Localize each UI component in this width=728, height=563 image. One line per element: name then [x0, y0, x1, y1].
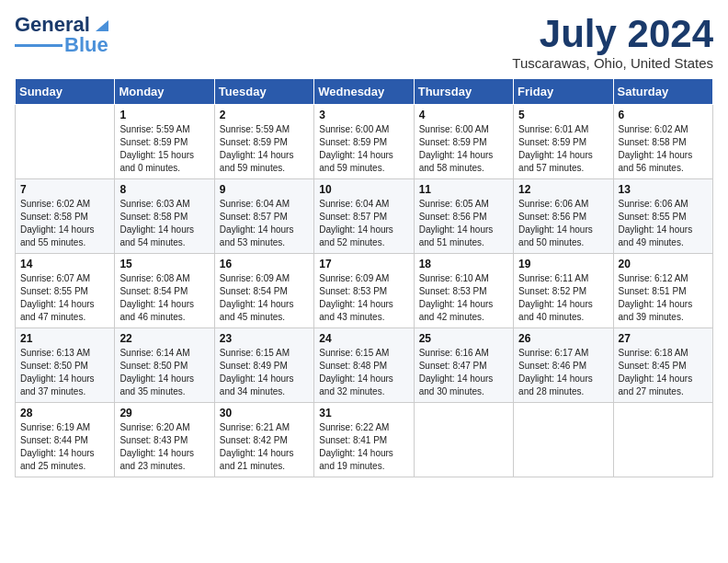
sunrise-text: Sunrise: 6:09 AM	[319, 272, 408, 285]
day-info: Sunrise: 6:14 AMSunset: 8:50 PMDaylight:…	[119, 347, 209, 398]
day-number: 13	[619, 183, 708, 196]
daylight-text: Daylight: 14 hours and 55 minutes.	[20, 224, 109, 249]
day-number: 30	[220, 407, 309, 419]
calendar-day-cell: 16Sunrise: 6:09 AMSunset: 8:54 PMDayligh…	[214, 254, 313, 328]
sunset-text: Sunset: 8:59 PM	[220, 136, 309, 149]
daylight-text: Daylight: 15 hours and 0 minutes.	[119, 149, 209, 175]
calendar-day-cell: 8Sunrise: 6:03 AMSunset: 8:58 PMDaylight…	[115, 179, 214, 254]
calendar-day-cell: 15Sunrise: 6:08 AMSunset: 8:54 PMDayligh…	[115, 254, 214, 328]
sunrise-text: Sunrise: 6:21 AM	[220, 421, 309, 434]
calendar-day-cell: 11Sunrise: 6:05 AMSunset: 8:56 PMDayligh…	[414, 179, 513, 254]
sunrise-text: Sunrise: 6:05 AM	[419, 198, 508, 211]
calendar-week-row: 28Sunrise: 6:19 AMSunset: 8:44 PMDayligh…	[16, 403, 713, 477]
day-info: Sunrise: 6:17 AMSunset: 8:46 PMDaylight:…	[518, 347, 608, 398]
day-info: Sunrise: 6:19 AMSunset: 8:44 PMDaylight:…	[20, 421, 109, 473]
day-number: 27	[619, 332, 708, 345]
logo-general-text: General	[15, 15, 90, 35]
daylight-text: Daylight: 14 hours and 40 minutes.	[518, 298, 608, 324]
day-info: Sunrise: 6:09 AMSunset: 8:54 PMDaylight:…	[220, 272, 309, 324]
day-number: 10	[319, 183, 408, 196]
sunset-text: Sunset: 8:58 PM	[619, 136, 708, 149]
calendar-day-cell: 2Sunrise: 5:59 AMSunset: 8:59 PMDaylight…	[214, 105, 313, 179]
day-info: Sunrise: 6:20 AMSunset: 8:43 PMDaylight:…	[119, 421, 209, 473]
header-day-thursday: Thursday	[414, 79, 513, 105]
calendar-day-cell	[414, 403, 513, 477]
day-number: 12	[518, 183, 608, 196]
calendar-day-cell: 22Sunrise: 6:14 AMSunset: 8:50 PMDayligh…	[115, 328, 214, 403]
calendar-week-row: 14Sunrise: 6:07 AMSunset: 8:55 PMDayligh…	[16, 254, 713, 328]
calendar-day-cell: 18Sunrise: 6:10 AMSunset: 8:53 PMDayligh…	[414, 254, 513, 328]
sunset-text: Sunset: 8:55 PM	[619, 211, 708, 224]
sunrise-text: Sunrise: 6:17 AM	[518, 347, 608, 360]
day-info: Sunrise: 6:16 AMSunset: 8:47 PMDaylight:…	[419, 347, 508, 398]
sunrise-text: Sunrise: 6:13 AM	[20, 347, 109, 360]
day-info: Sunrise: 6:02 AMSunset: 8:58 PMDaylight:…	[20, 198, 109, 249]
sunset-text: Sunset: 8:41 PM	[319, 434, 408, 447]
daylight-text: Daylight: 14 hours and 25 minutes.	[20, 447, 109, 473]
sunrise-text: Sunrise: 6:20 AM	[119, 421, 209, 434]
sunrise-text: Sunrise: 6:09 AM	[220, 272, 309, 285]
sunset-text: Sunset: 8:46 PM	[518, 360, 608, 373]
logo-triangle-icon	[92, 17, 108, 33]
sunrise-text: Sunrise: 6:04 AM	[220, 198, 309, 211]
day-info: Sunrise: 6:06 AMSunset: 8:56 PMDaylight:…	[518, 198, 608, 249]
day-number: 18	[419, 258, 508, 270]
day-number: 6	[619, 109, 708, 121]
daylight-text: Daylight: 14 hours and 23 minutes.	[119, 447, 209, 473]
day-number: 5	[518, 109, 608, 121]
sunset-text: Sunset: 8:43 PM	[119, 434, 209, 447]
day-number: 22	[119, 332, 209, 345]
day-info: Sunrise: 6:21 AMSunset: 8:42 PMDaylight:…	[220, 421, 309, 473]
day-number: 31	[319, 407, 408, 419]
header-day-monday: Monday	[115, 79, 214, 105]
calendar-day-cell: 19Sunrise: 6:11 AMSunset: 8:52 PMDayligh…	[514, 254, 613, 328]
sunset-text: Sunset: 8:57 PM	[319, 211, 408, 224]
calendar-day-cell: 24Sunrise: 6:15 AMSunset: 8:48 PMDayligh…	[314, 328, 414, 403]
daylight-text: Daylight: 14 hours and 51 minutes.	[419, 224, 508, 249]
day-number: 8	[119, 183, 209, 196]
sunset-text: Sunset: 8:53 PM	[319, 285, 408, 298]
calendar-week-row: 1Sunrise: 5:59 AMSunset: 8:59 PMDaylight…	[16, 105, 713, 179]
day-number: 1	[119, 109, 209, 121]
day-number: 19	[518, 258, 608, 270]
day-info: Sunrise: 6:05 AMSunset: 8:56 PMDaylight:…	[419, 198, 508, 249]
day-info: Sunrise: 6:06 AMSunset: 8:55 PMDaylight:…	[619, 198, 708, 249]
sunrise-text: Sunrise: 6:12 AM	[619, 272, 708, 285]
sunrise-text: Sunrise: 6:22 AM	[319, 421, 408, 434]
sunset-text: Sunset: 8:58 PM	[20, 211, 109, 224]
day-number: 16	[220, 258, 309, 270]
sunrise-text: Sunrise: 5:59 AM	[119, 123, 209, 136]
daylight-text: Daylight: 14 hours and 46 minutes.	[119, 298, 209, 324]
daylight-text: Daylight: 14 hours and 37 minutes.	[20, 373, 109, 398]
calendar-day-cell	[613, 403, 712, 477]
day-number: 25	[419, 332, 508, 345]
sunrise-text: Sunrise: 6:03 AM	[119, 198, 209, 211]
day-info: Sunrise: 6:00 AMSunset: 8:59 PMDaylight:…	[319, 123, 408, 175]
daylight-text: Daylight: 14 hours and 58 minutes.	[419, 149, 508, 175]
sunset-text: Sunset: 8:54 PM	[220, 285, 309, 298]
calendar-day-cell: 26Sunrise: 6:17 AMSunset: 8:46 PMDayligh…	[514, 328, 613, 403]
daylight-text: Daylight: 14 hours and 53 minutes.	[220, 224, 309, 249]
sunset-text: Sunset: 8:44 PM	[20, 434, 109, 447]
day-info: Sunrise: 6:13 AMSunset: 8:50 PMDaylight:…	[20, 347, 109, 398]
header-day-friday: Friday	[514, 79, 613, 105]
daylight-text: Daylight: 14 hours and 30 minutes.	[419, 373, 508, 398]
calendar-day-cell	[514, 403, 613, 477]
sunset-text: Sunset: 8:45 PM	[619, 360, 708, 373]
sunrise-text: Sunrise: 6:06 AM	[518, 198, 608, 211]
calendar-day-cell: 6Sunrise: 6:02 AMSunset: 8:58 PMDaylight…	[613, 105, 712, 179]
day-info: Sunrise: 6:00 AMSunset: 8:59 PMDaylight:…	[419, 123, 508, 175]
day-number: 17	[319, 258, 408, 270]
calendar-table: SundayMondayTuesdayWednesdayThursdayFrid…	[15, 78, 713, 477]
day-number: 11	[419, 183, 508, 196]
day-number: 7	[20, 183, 109, 196]
day-number: 15	[119, 258, 209, 270]
day-number: 2	[220, 109, 309, 121]
calendar-day-cell: 5Sunrise: 6:01 AMSunset: 8:59 PMDaylight…	[514, 105, 613, 179]
sunrise-text: Sunrise: 6:14 AM	[119, 347, 209, 360]
day-info: Sunrise: 6:12 AMSunset: 8:51 PMDaylight:…	[619, 272, 708, 324]
calendar-day-cell: 9Sunrise: 6:04 AMSunset: 8:57 PMDaylight…	[214, 179, 313, 254]
sunset-text: Sunset: 8:59 PM	[518, 136, 608, 149]
day-info: Sunrise: 6:15 AMSunset: 8:48 PMDaylight:…	[319, 347, 408, 398]
day-info: Sunrise: 6:11 AMSunset: 8:52 PMDaylight:…	[518, 272, 608, 324]
